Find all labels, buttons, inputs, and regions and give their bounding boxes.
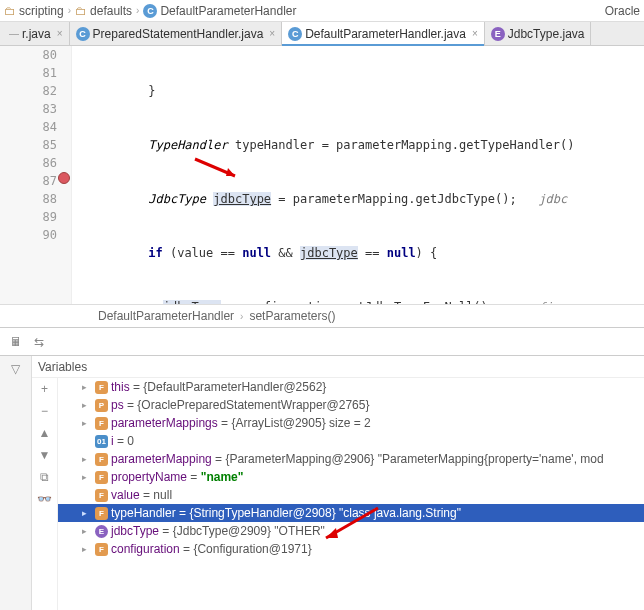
variable-text: ps = {OraclePreparedStatementWrapper@276…	[111, 398, 369, 412]
code-area[interactable]: } TypeHandler typeHandler = parameterMap…	[72, 46, 644, 304]
up-icon[interactable]: ▲	[39, 426, 51, 440]
copy-icon[interactable]: ⧉	[40, 470, 49, 484]
breakpoint-icon[interactable]	[58, 172, 70, 184]
variables-header: Variables	[32, 356, 644, 378]
variable-row[interactable]: ▸P ps = {OraclePreparedStatementWrapper@…	[58, 396, 644, 414]
variable-type-icon: F	[95, 489, 108, 502]
chevron-right-icon: ›	[68, 5, 71, 16]
variable-text: propertyName = "name"	[111, 470, 243, 484]
variable-text: parameterMapping = {ParameterMapping@290…	[111, 452, 604, 466]
code-editor[interactable]: 80 81 82 83 84 85 86 87 88 89 90 } TypeH…	[0, 46, 644, 304]
expand-icon[interactable]: ▸	[82, 508, 92, 518]
variables-toolbar: + − ▲ ▼ ⧉ 👓	[32, 378, 58, 610]
annotation-arrow	[318, 506, 388, 546]
method-breadcrumb[interactable]: DefaultParameterHandler › setParameters(…	[0, 304, 644, 328]
calculator-icon[interactable]: 🖩	[10, 335, 22, 349]
folder-icon: 🗀	[75, 4, 87, 18]
gutter[interactable]: 80 81 82 83 84 85 86 87 88 89 90	[0, 46, 72, 304]
class-icon: C	[288, 27, 302, 41]
top-right-label: Oracle	[605, 0, 644, 22]
breadcrumb-item[interactable]: CDefaultParameterHandler	[143, 4, 296, 18]
chevron-right-icon: ›	[136, 5, 139, 16]
class-icon: C	[143, 4, 157, 18]
variable-type-icon: F	[95, 471, 108, 484]
down-icon[interactable]: ▼	[39, 448, 51, 462]
expand-icon[interactable]: ▸	[82, 454, 92, 464]
variable-row[interactable]: ▸F this = {DefaultParameterHandler@2562}	[58, 378, 644, 396]
variable-text: value = null	[111, 488, 172, 502]
variable-row[interactable]: ▸F parameterMappings = {ArrayList@2905} …	[58, 414, 644, 432]
expand-icon[interactable]: ▸	[82, 400, 92, 410]
tab-file-active[interactable]: C DefaultParameterHandler.java ×	[282, 22, 485, 45]
variable-text: this = {DefaultParameterHandler@2562}	[111, 380, 326, 394]
variable-type-icon: F	[95, 507, 108, 520]
add-icon[interactable]: +	[41, 382, 48, 396]
expand-icon[interactable]: ▸	[82, 544, 92, 554]
tab-file[interactable]: E JdbcType.java	[485, 22, 592, 45]
breadcrumb-item[interactable]: 🗀defaults	[75, 4, 132, 18]
variable-type-icon: F	[95, 417, 108, 430]
variable-row[interactable]: F value = null	[58, 486, 644, 504]
close-icon[interactable]: ×	[269, 28, 275, 39]
debug-side-toolbar: ▽	[0, 356, 32, 610]
code-line: jdbcType = configuration.getJdbcTypeForN…	[72, 298, 644, 304]
breadcrumbs: 🗀scripting › 🗀defaults › CDefaultParamet…	[0, 0, 644, 22]
debug-toolbar: 🖩 ⇆	[0, 328, 644, 356]
variables-panel: ▽ Variables + − ▲ ▼ ⧉ 👓 ▸F this = {Defau…	[0, 356, 644, 610]
variable-type-icon: F	[95, 453, 108, 466]
filter-icon[interactable]: ▽	[11, 362, 20, 376]
variable-row[interactable]: 01 i = 0	[58, 432, 644, 450]
glasses-icon[interactable]: 👓	[37, 492, 52, 506]
variable-type-icon: F	[95, 543, 108, 556]
remove-icon[interactable]: −	[41, 404, 48, 418]
code-line: TypeHandler typeHandler = parameterMappi…	[72, 136, 644, 154]
chevron-right-icon: ›	[240, 311, 243, 322]
variable-row[interactable]: ▸F propertyName = "name"	[58, 468, 644, 486]
code-line: JdbcType jdbcType = parameterMapping.get…	[72, 190, 644, 208]
code-line: if (value == null && jdbcType == null) {	[72, 244, 644, 262]
expand-icon[interactable]: ▸	[82, 382, 92, 392]
collapse-icon[interactable]: ⇆	[34, 335, 44, 349]
expand-icon[interactable]: ▸	[82, 526, 92, 536]
variable-type-icon: P	[95, 399, 108, 412]
folder-icon: 🗀	[4, 4, 16, 18]
annotation-arrow	[190, 154, 250, 184]
variable-text: jdbcType = {JdbcType@2909} "OTHER"	[111, 524, 325, 538]
variable-type-icon: E	[95, 525, 108, 538]
variable-type-icon: F	[95, 381, 108, 394]
variable-text: parameterMappings = {ArrayList@2905} siz…	[111, 416, 371, 430]
tab-file[interactable]: C PreparedStatementHandler.java ×	[70, 22, 283, 45]
enum-icon: E	[491, 27, 505, 41]
variable-text: typeHandler = {StringTypeHandler@2908} "…	[111, 506, 461, 520]
variable-type-icon: 01	[95, 435, 108, 448]
variables-tree[interactable]: ▸F this = {DefaultParameterHandler@2562}…	[58, 378, 644, 610]
expand-icon[interactable]: ▸	[82, 472, 92, 482]
code-line: }	[72, 82, 644, 100]
variable-row[interactable]: ▸F parameterMapping = {ParameterMapping@…	[58, 450, 644, 468]
variable-text: i = 0	[111, 434, 134, 448]
close-icon[interactable]: ×	[472, 28, 478, 39]
expand-icon[interactable]: ▸	[82, 418, 92, 428]
tab-file[interactable]: — r.java ×	[0, 22, 70, 45]
breadcrumb-item[interactable]: 🗀scripting	[4, 4, 64, 18]
class-icon: C	[76, 27, 90, 41]
close-icon[interactable]: ×	[57, 28, 63, 39]
close-icon[interactable]: —	[9, 28, 19, 39]
editor-tabs: — r.java × C PreparedStatementHandler.ja…	[0, 22, 644, 46]
variable-text: configuration = {Configuration@1971}	[111, 542, 312, 556]
